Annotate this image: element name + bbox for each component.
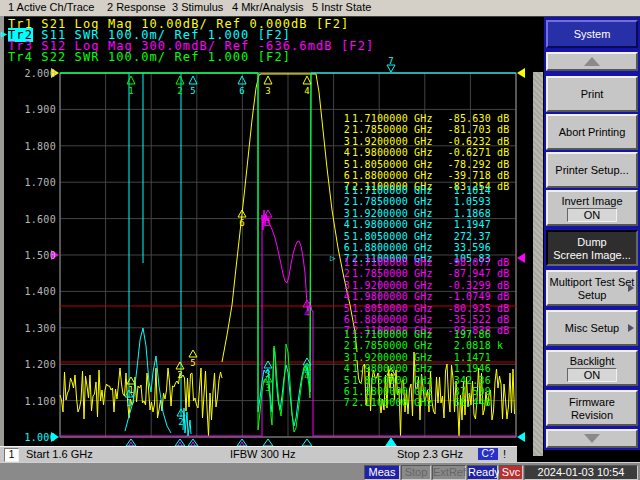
marker-cell: GHz	[408, 386, 439, 397]
marker-cell: GHz	[408, 397, 439, 408]
softkey-button-printer-setup[interactable]: Printer Setup...	[546, 152, 638, 188]
trace-header-tr4[interactable]: Tr4 S22 SWR 100.0m/ Ref 1.000 [F2]	[8, 50, 291, 61]
marker-cell: 1.7100000	[350, 329, 408, 340]
status-extref: ExtRef	[432, 465, 466, 480]
scroll-up-icon	[584, 57, 600, 66]
softkey-scroll-up-button[interactable]	[546, 52, 638, 71]
marker-cell	[491, 363, 516, 374]
marker-row: 11.7100000GHz-98.077dB	[340, 257, 518, 268]
marker-cell: -81.703	[439, 124, 491, 135]
ref-level-arrow-icon	[517, 432, 525, 442]
status-stop: Stop	[401, 465, 431, 480]
y-axis-label: 1.000	[8, 432, 56, 442]
softkey-label: Printer Setup...	[555, 164, 628, 176]
y-axis-label: 1.100	[8, 396, 56, 406]
softkey-scroll-down-button[interactable]	[546, 429, 638, 448]
marker-cell: dB	[491, 314, 516, 325]
marker-cell: 1.8050000	[350, 303, 408, 314]
marker-cell: GHz	[408, 124, 439, 135]
menu-item-5-instr-state[interactable]: 5 Instr State	[312, 1, 371, 15]
softkey-button-firmware-revision[interactable]: FirmwareRevision	[546, 390, 638, 426]
softkey-button-abort-printing[interactable]: Abort Printing	[546, 114, 638, 150]
y-axis-label: 1.300	[8, 323, 56, 333]
menu-item-4-mkr-analysis[interactable]: 4 Mkr/Analysis	[232, 1, 304, 15]
softkey-scroll-strip[interactable]	[533, 72, 543, 456]
marker-cell: 1.8050000	[350, 159, 408, 170]
marker-cell: 1.7850000	[350, 340, 408, 351]
active-marker-pointer-icon: ▷	[330, 253, 336, 263]
marker-cell: -85.630	[439, 113, 491, 124]
marker-cell: GHz	[408, 136, 439, 147]
marker-glyph-icon	[264, 76, 272, 84]
status-meas: Meas	[364, 465, 400, 480]
menu-item-1-active-ch-trace[interactable]: 1 Active Ch/Trace	[8, 1, 94, 15]
stimulus-marker-icon	[302, 439, 312, 446]
menu-item-2-response[interactable]: 2 Response	[107, 1, 166, 15]
y-axis-label: 1.400	[8, 286, 56, 296]
y-axis-label: 1.800	[8, 141, 56, 151]
ref-level-arrow-icon	[517, 253, 525, 263]
marker-cell: 1.8050000	[350, 375, 408, 386]
trace-header-tr3[interactable]: Tr3 S12 Log Mag 300.0mdB/ Ref -636.6mdB …	[8, 39, 374, 50]
marker-cell: 1.1014	[439, 185, 491, 196]
marker-cell: 2.0818	[439, 340, 491, 351]
status-bar: MeasStopExtRefReadySvc2024-01-03 10:54	[0, 462, 640, 480]
marker-cell: GHz	[408, 208, 439, 219]
softkey-button-backlight[interactable]: BacklightON	[546, 350, 638, 386]
marker-cell: 1.8800000	[350, 314, 408, 325]
marker-cell: GHz	[408, 196, 439, 207]
marker-cell: GHz	[408, 280, 439, 291]
trace-header-tr1[interactable]: Tr1 S21 Log Mag 10.00dB/ Ref 0.000dB [F2…	[8, 17, 349, 28]
marker-cell: -35.522	[439, 314, 491, 325]
y-axis-label: 1.600	[8, 214, 56, 224]
softkey-title-system[interactable]: System	[546, 20, 638, 48]
marker-glyph-icon	[303, 300, 311, 307]
marker-cell: dB	[491, 136, 516, 147]
softkey-button-misc-setup[interactable]: Misc Setup	[546, 310, 638, 346]
marker-cell: 37.509	[439, 386, 491, 397]
softkey-label: Setup	[578, 289, 607, 301]
trace-header-tr2[interactable]: Tr2 S11 SWR 100.0m/ Ref 1.000 [F2]	[8, 28, 291, 39]
marker-cell: GHz	[408, 303, 439, 314]
marker-number: 3	[265, 86, 270, 96]
marker-cell: -0.3299	[439, 280, 491, 291]
marker-cell: 5	[340, 375, 350, 386]
marker-number: 5	[190, 358, 195, 368]
marker-cell: GHz	[408, 219, 439, 230]
marker-row: 31.9200000GHz-0.3299dB	[340, 280, 518, 291]
scroll-down-icon	[584, 434, 600, 443]
marker-cell: 66.448	[439, 397, 491, 408]
marker-number: 3	[265, 383, 270, 393]
menu-item-3-stimulus[interactable]: 3 Stimulus	[172, 1, 223, 15]
marker-cell	[491, 196, 516, 207]
softkey-button-multiport-test-set-setup[interactable]: Multiport Test SetSetup	[546, 270, 638, 306]
marker-cell: 197.86	[439, 329, 491, 340]
marker-cell: 1.8800000	[350, 170, 408, 181]
marker-glyph-icon	[238, 210, 246, 217]
status-svc: Svc	[499, 465, 523, 480]
marker-cell: 272.37	[439, 231, 491, 242]
marker-row: 21.7850000GHz1.0593	[340, 196, 518, 207]
marker-cell	[491, 242, 516, 253]
softkey-label: Multiport Test Set	[550, 276, 635, 288]
marker-glyph-icon	[303, 358, 311, 365]
marker-row: 21.7850000GHz-87.947dB	[340, 268, 518, 279]
marker-cell: 1.9800000	[350, 363, 408, 374]
stimulus-marker-icon	[175, 439, 185, 446]
trace-s22	[258, 73, 311, 432]
softkey-button-dump-screen-image[interactable]: DumpScreen Image...	[546, 230, 638, 266]
marker-number: 2	[178, 417, 183, 427]
stimulus-bar: 1 Start 1.6 GHz IFBW 300 Hz Stop 2.3 GHz…	[0, 446, 517, 462]
softkey-button-print[interactable]: Print	[546, 76, 638, 112]
marker-number: 1	[126, 398, 131, 408]
marker-cell: 1.7100000	[350, 113, 408, 124]
marker-number: 7	[388, 56, 393, 66]
active-trace-arrow-icon: ▶	[1, 28, 7, 39]
trace-s21-passband	[222, 74, 357, 362]
marker-row: 31.9200000GHz1.1471	[340, 352, 518, 363]
marker-cell: GHz	[408, 352, 439, 363]
softkey-button-invert-image[interactable]: Invert ImageON	[546, 190, 638, 226]
marker-cell	[491, 386, 516, 397]
marker-cell: 2	[340, 268, 350, 279]
start-frequency-label: Start 1.6 GHz	[26, 448, 93, 460]
